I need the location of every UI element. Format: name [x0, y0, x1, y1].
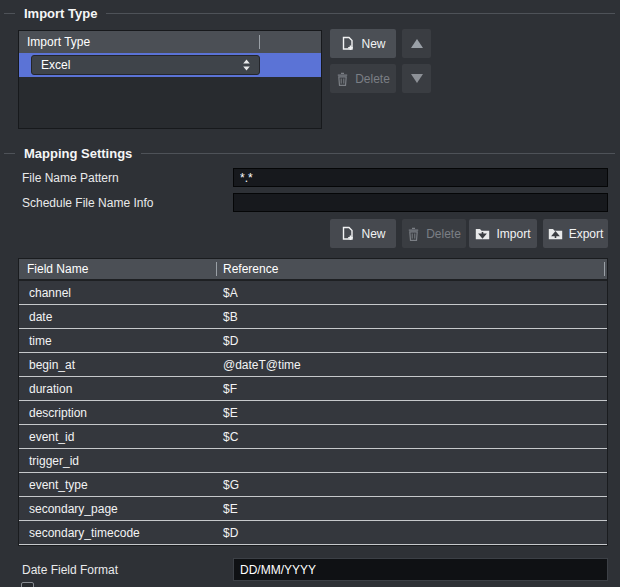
field-name-cell: event_type: [29, 473, 88, 497]
field-name-cell: begin_at: [29, 353, 75, 377]
checkbox[interactable]: [21, 582, 34, 587]
table-row[interactable]: secondary_page$E: [19, 497, 607, 521]
mapping-settings-group-header: Mapping Settings: [0, 145, 620, 161]
button-label: Delete: [426, 227, 461, 241]
new-document-icon: [340, 226, 355, 241]
reference-cell: $E: [223, 401, 238, 425]
import-settings-panel: Import Type Import Type Excel New: [0, 0, 620, 587]
button-label: Export: [569, 227, 604, 241]
mapping-settings-group-title: Mapping Settings: [24, 146, 132, 161]
up-arrow-icon: [410, 38, 424, 49]
trash-icon: [407, 227, 420, 241]
table-row[interactable]: description$E: [19, 401, 607, 425]
table-row[interactable]: channel$A: [19, 281, 607, 305]
file-name-pattern-input[interactable]: [233, 168, 608, 187]
import-type-combobox[interactable]: Excel: [31, 55, 260, 75]
schedule-file-name-info-label: Schedule File Name Info: [22, 194, 153, 213]
date-field-format-input[interactable]: [233, 558, 608, 581]
table-row[interactable]: begin_at@dateT@time: [19, 353, 607, 377]
table-row[interactable]: duration$F: [19, 377, 607, 401]
import-type-selected-row[interactable]: Excel: [19, 53, 321, 77]
table-row[interactable]: trigger_id: [19, 449, 607, 473]
import-type-new-button[interactable]: New: [330, 29, 396, 58]
combobox-value: Excel: [32, 58, 241, 72]
new-document-icon: [340, 36, 355, 51]
import-type-delete-button[interactable]: Delete: [330, 64, 396, 93]
schedule-file-name-info-input[interactable]: [233, 193, 608, 212]
field-name-cell: description: [29, 401, 87, 425]
table-row[interactable]: secondary_timecode$D: [19, 521, 607, 545]
folder-export-icon: [548, 227, 563, 240]
reference-column-header[interactable]: Reference: [223, 259, 278, 279]
mapping-table-header[interactable]: Field Name Reference: [19, 259, 607, 279]
field-name-cell: event_id: [29, 425, 74, 449]
reference-cell: $G: [223, 473, 239, 497]
reference-cell: $C: [223, 425, 238, 449]
mapping-table: Field Name Reference channel$Adate$Btime…: [18, 258, 608, 546]
file-name-pattern-label: File Name Pattern: [22, 169, 119, 188]
button-label: Import: [496, 227, 530, 241]
column-divider[interactable]: [216, 262, 217, 276]
trash-icon: [336, 72, 349, 86]
button-label: New: [361, 37, 385, 51]
date-field-format-label: Date Field Format: [22, 561, 118, 580]
field-name-cell: duration: [29, 377, 72, 401]
button-label: New: [361, 227, 385, 241]
mapping-export-button[interactable]: Export: [543, 219, 608, 248]
column-divider[interactable]: [259, 35, 260, 49]
reference-cell: $A: [223, 281, 238, 305]
groupbox-line: [106, 13, 615, 14]
table-row[interactable]: time$D: [19, 329, 607, 353]
table-row[interactable]: event_id$C: [19, 425, 607, 449]
reference-cell: $E: [223, 497, 238, 521]
groupbox-line: [141, 153, 615, 154]
import-type-group-header: Import Type: [0, 5, 620, 21]
reference-cell: $B: [223, 305, 238, 329]
mapping-import-button[interactable]: Import: [469, 219, 537, 248]
field-name-cell: secondary_page: [29, 497, 118, 521]
reference-cell: $F: [223, 377, 237, 401]
mapping-table-rows: channel$Adate$Btime$Dbegin_at@dateT@time…: [19, 279, 607, 545]
reference-cell: $D: [223, 329, 238, 353]
table-row[interactable]: date$B: [19, 305, 607, 329]
import-type-list: Import Type Excel: [18, 30, 322, 129]
button-label: Delete: [355, 72, 390, 86]
field-name-cell: trigger_id: [29, 449, 79, 473]
mapping-delete-button[interactable]: Delete: [402, 219, 466, 248]
reference-cell: @dateT@time: [223, 353, 301, 377]
groupbox-line: [4, 153, 15, 154]
import-type-list-header[interactable]: Import Type: [19, 31, 321, 53]
mapping-new-button[interactable]: New: [330, 219, 396, 248]
reference-cell: $D: [223, 521, 238, 545]
field-name-cell: time: [29, 329, 52, 353]
groupbox-line: [4, 13, 15, 14]
import-type-column-label: Import Type: [27, 35, 90, 49]
field-name-cell: channel: [29, 281, 71, 305]
combobox-updown-icon: [241, 58, 252, 72]
move-up-button[interactable]: [402, 29, 431, 58]
down-arrow-icon: [410, 73, 424, 84]
move-down-button[interactable]: [402, 64, 431, 93]
field-name-cell: date: [29, 305, 52, 329]
table-row[interactable]: event_type$G: [19, 473, 607, 497]
column-divider[interactable]: [604, 262, 605, 276]
import-type-group-title: Import Type: [24, 6, 97, 21]
field-name-cell: secondary_timecode: [29, 521, 140, 545]
folder-import-icon: [475, 227, 490, 240]
field-name-column-header[interactable]: Field Name: [27, 259, 88, 279]
